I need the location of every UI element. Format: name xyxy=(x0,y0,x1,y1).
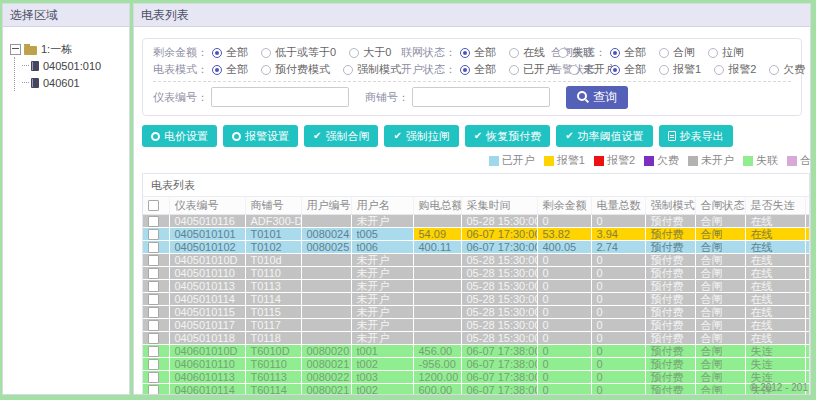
row-checkbox[interactable] xyxy=(148,216,159,227)
tree-node-root[interactable]: 1:一栋 xyxy=(10,41,125,57)
radio-icon[interactable] xyxy=(558,48,568,58)
radio-icon[interactable] xyxy=(212,65,222,75)
action-button[interactable]: 报警设置 xyxy=(223,125,298,147)
radio-icon[interactable] xyxy=(261,48,271,58)
row-checkbox[interactable] xyxy=(148,346,159,357)
row-checkbox[interactable] xyxy=(148,242,159,253)
row-checkbox[interactable] xyxy=(148,372,159,383)
cell xyxy=(413,332,461,345)
radio-icon[interactable] xyxy=(569,65,579,75)
action-button[interactable]: ✔功率阈值设置 xyxy=(556,125,652,147)
radio-icon[interactable] xyxy=(509,48,519,58)
radio-icon[interactable] xyxy=(769,65,779,75)
radio-option[interactable]: 预付费模式 xyxy=(261,62,330,77)
radio-icon[interactable] xyxy=(460,48,470,58)
tree-collapse-icon[interactable] xyxy=(10,44,21,55)
radio-option[interactable]: 全部 xyxy=(610,45,646,60)
row-checkbox[interactable] xyxy=(148,333,159,344)
check-icon: ✔ xyxy=(313,131,321,141)
row-checkbox[interactable] xyxy=(148,359,159,370)
radio-option[interactable]: 全部 xyxy=(460,45,496,60)
cell: 040601010D xyxy=(169,345,245,358)
meter-no-input[interactable] xyxy=(211,87,349,107)
radio-option[interactable]: 报警2 xyxy=(714,62,756,77)
action-button[interactable]: 抄表导出 xyxy=(659,125,733,147)
table-row[interactable]: 0406010110T601100080021t002-956.0006-07 … xyxy=(143,358,809,371)
row-checkbox[interactable] xyxy=(148,255,159,266)
radio-icon[interactable] xyxy=(610,65,620,75)
cell: 0 xyxy=(591,293,645,306)
radio-option[interactable]: 欠费 xyxy=(769,62,805,77)
radio-icon[interactable] xyxy=(460,65,470,75)
query-button[interactable]: 查询 xyxy=(566,86,628,109)
radio-icon[interactable] xyxy=(708,48,718,58)
radio-option[interactable]: 强制模式 xyxy=(343,62,401,77)
radio-option[interactable]: 报警1 xyxy=(659,62,701,77)
table-row[interactable]: 0405010115T0115未开户05-28 15:30:0000预付费合闸在… xyxy=(143,306,809,319)
table-row[interactable]: 0406010114T601140080021t002600.0006-07 1… xyxy=(143,384,809,396)
table-row[interactable]: 0405010101T01010080024t00554.0906-07 17:… xyxy=(143,228,809,241)
action-button[interactable]: ✔恢复预付费 xyxy=(465,125,550,147)
radio-option[interactable]: 全部 xyxy=(212,62,248,77)
row-checkbox[interactable] xyxy=(148,294,159,305)
radio-icon[interactable] xyxy=(212,48,222,58)
tree-node[interactable]: 040501:010 xyxy=(22,57,125,74)
radio-option[interactable]: 拉闸 xyxy=(708,45,744,60)
radio-icon[interactable] xyxy=(261,65,271,75)
legend-color-swatch xyxy=(743,156,753,166)
select-all-checkbox[interactable] xyxy=(148,200,159,211)
action-button[interactable]: ✔强制拉闸 xyxy=(384,125,458,147)
radio-icon[interactable] xyxy=(659,65,669,75)
tree-node-label: 040601 xyxy=(43,77,80,89)
cell: 0405010115 xyxy=(169,306,245,319)
table-row[interactable]: 0405010116ADF300-D 3未开户05-28 15:30:0000预… xyxy=(143,215,809,228)
row-checkbox-cell xyxy=(143,254,169,267)
row-checkbox[interactable] xyxy=(148,281,159,292)
radio-option[interactable]: 合闸 xyxy=(659,45,695,60)
radio-icon[interactable] xyxy=(349,48,359,58)
region-panel-title: 选择区域 xyxy=(3,4,129,27)
row-checkbox[interactable] xyxy=(148,385,159,396)
row-checkbox[interactable] xyxy=(148,307,159,318)
table-row[interactable]: 0405010117T0117未开户05-28 15:30:0000预付费合闸在… xyxy=(143,319,809,332)
table-row[interactable]: 0405010114T0114未开户05-28 15:30:0000预付费合闸在… xyxy=(143,293,809,306)
table-row[interactable]: 040501010DT010d未开户05-28 15:30:0000预付费合闸在… xyxy=(143,254,809,267)
cell: 06-07 17:38:00 xyxy=(461,345,537,358)
radio-option[interactable]: 在线 xyxy=(509,45,545,60)
column-header: 购电总额 xyxy=(413,197,461,215)
radio-option[interactable]: 全部 xyxy=(460,62,496,77)
row-checkbox[interactable] xyxy=(148,320,159,331)
action-button[interactable]: ✔强制合闸 xyxy=(304,125,378,147)
radio-icon[interactable] xyxy=(714,65,724,75)
radio-option[interactable]: 全部 xyxy=(610,62,646,77)
cell: 0406010114 xyxy=(169,384,245,396)
cell: t001 xyxy=(351,345,413,358)
row-checkbox[interactable] xyxy=(148,268,159,279)
cell: 0 xyxy=(537,371,591,384)
radio-option[interactable]: 大于0 xyxy=(349,45,391,60)
table-row[interactable]: 0406010113T601130080022t0031200.0006-07 … xyxy=(143,371,809,384)
radio-icon[interactable] xyxy=(659,48,669,58)
table-row[interactable]: 0405010102T01020080025t006400.1106-07 17… xyxy=(143,241,809,254)
radio-icon[interactable] xyxy=(610,48,620,58)
column-header: 合闸状态 xyxy=(695,197,745,215)
cell: t002 xyxy=(351,358,413,371)
action-button[interactable]: 电价设置 xyxy=(142,125,217,147)
table-row[interactable]: 0405010113T0113未开户05-28 15:30:0000预付费合闸在… xyxy=(143,280,809,293)
shop-no-input[interactable] xyxy=(412,87,550,107)
radio-option[interactable]: 全部 xyxy=(212,45,248,60)
radio-icon[interactable] xyxy=(509,65,519,75)
cell xyxy=(413,280,461,293)
row-checkbox[interactable] xyxy=(148,229,159,240)
table-scroll-area[interactable]: 仪表编号商铺号用户编号用户名购电总额采集时间剩余金额电量总数强制模式合闸状态是否… xyxy=(143,196,809,395)
radio-option[interactable]: 已开户 xyxy=(509,62,556,77)
table-row[interactable]: 040601010DT6010D0080020t001456.0006-07 1… xyxy=(143,345,809,358)
radio-icon[interactable] xyxy=(343,65,353,75)
check-icon: ✔ xyxy=(474,131,482,141)
tree-node[interactable]: 040601 xyxy=(22,74,125,91)
cell: 0080021 xyxy=(301,384,351,396)
table-row[interactable]: 0405010110T0110未开户05-28 15:30:0000预付费合闸在… xyxy=(143,267,809,280)
cell: 预付费 xyxy=(645,254,695,267)
radio-option[interactable]: 低于或等于0 xyxy=(261,45,336,60)
table-row[interactable]: 0405010118T0118未开户05-28 15:30:0000预付费合闸在… xyxy=(143,332,809,345)
